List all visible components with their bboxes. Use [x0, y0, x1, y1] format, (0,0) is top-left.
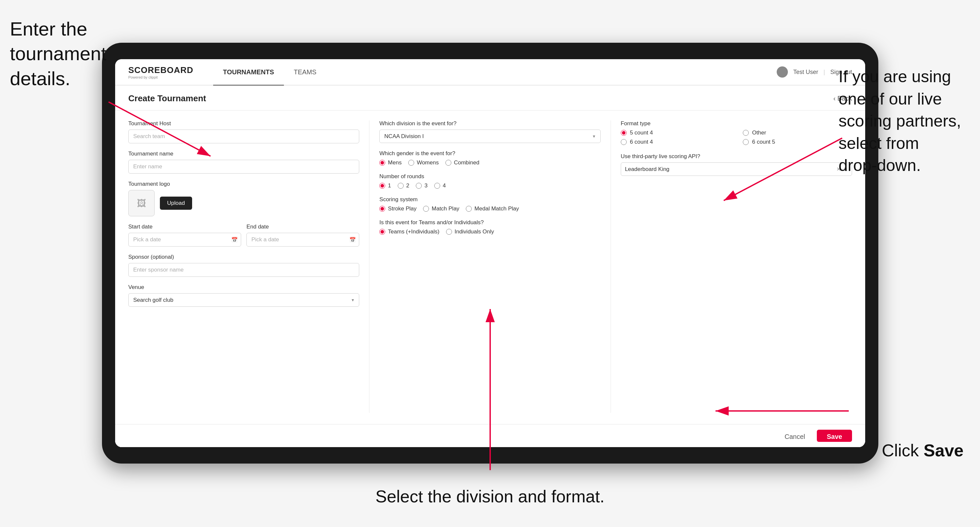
- annotation-bottomcenter: Select the division and format.: [375, 486, 605, 507]
- round-3[interactable]: 3: [416, 183, 427, 189]
- format-other-label: Other: [752, 130, 766, 136]
- teams-label: Is this event for Teams and/or Individua…: [379, 219, 600, 226]
- format-5count4-label: 5 count 4: [630, 130, 653, 136]
- division-select[interactable]: NCAA Division I: [379, 130, 600, 143]
- venue-select-wrapper: Search golf club: [128, 293, 359, 307]
- scoring-medal-match-radio[interactable]: [466, 206, 472, 212]
- gender-mens[interactable]: Mens: [379, 159, 402, 166]
- sponsor-input[interactable]: [128, 263, 359, 277]
- format-other[interactable]: Other: [743, 130, 852, 136]
- tournament-host-group: Tournament Host: [128, 120, 359, 143]
- live-scoring-label: Use third-party live scoring API?: [621, 153, 852, 160]
- middle-column: Which division is the event for? NCAA Di…: [369, 120, 611, 413]
- gender-combined-label: Combined: [454, 159, 480, 166]
- format-6count4-radio[interactable]: [621, 139, 627, 145]
- tournament-name-label: Tournament name: [128, 151, 359, 157]
- format-6count5-label: 6 count 5: [752, 139, 775, 145]
- nav-items: TOURNAMENTS TEAMS: [213, 59, 777, 85]
- form-footer: Cancel Save: [115, 424, 865, 447]
- logo-sub: Powered by clippit: [128, 75, 193, 79]
- image-icon: 🖼: [137, 198, 146, 209]
- round-4[interactable]: 4: [434, 183, 446, 189]
- annotation-topright: If you are usingone of our livescoring p…: [838, 66, 970, 177]
- annotation-br-prefix: Click: [881, 441, 923, 460]
- teams-plus-individuals[interactable]: Teams (+Individuals): [379, 229, 439, 235]
- round-1[interactable]: 1: [379, 183, 391, 189]
- end-date-wrapper: [247, 233, 359, 246]
- division-label: Which division is the event for?: [379, 120, 600, 127]
- format-6count5[interactable]: 6 count 5: [743, 139, 852, 145]
- round-1-radio[interactable]: [379, 183, 385, 189]
- tournament-name-group: Tournament name: [128, 151, 359, 174]
- upload-button[interactable]: Upload: [160, 197, 192, 210]
- cancel-button[interactable]: Cancel: [778, 430, 811, 442]
- round-2-radio[interactable]: [398, 183, 404, 189]
- sponsor-group: Sponsor (optional): [128, 254, 359, 277]
- save-button[interactable]: Save: [817, 430, 852, 442]
- start-date-input[interactable]: [128, 233, 241, 246]
- gender-combined-radio[interactable]: [445, 160, 451, 166]
- tournament-logo-group: Tournament logo 🖼 Upload: [128, 181, 359, 216]
- scoring-match[interactable]: Match Play: [423, 205, 459, 212]
- scoring-radio-group: Stroke Play Match Play Medal Match Play: [379, 205, 600, 212]
- gender-combined[interactable]: Combined: [445, 159, 480, 166]
- individuals-only[interactable]: Individuals Only: [446, 229, 494, 235]
- format-label: Format type: [621, 120, 852, 127]
- format-6count4[interactable]: 6 count 4: [621, 139, 730, 145]
- round-4-label: 4: [443, 183, 446, 189]
- gender-mens-label: Mens: [388, 159, 402, 166]
- round-3-radio[interactable]: [416, 183, 422, 189]
- scoring-match-radio[interactable]: [423, 206, 429, 212]
- live-scoring-group: Use third-party live scoring API? Leader…: [621, 153, 852, 176]
- form-header: Create Tournament ‹ Back: [115, 86, 865, 111]
- form-container: Create Tournament ‹ Back Tournament Host…: [115, 86, 865, 447]
- nav-separator: |: [823, 69, 825, 76]
- format-5count4[interactable]: 5 count 4: [621, 130, 730, 136]
- live-scoring-tag: Leaderboard King × ⇅: [621, 162, 852, 176]
- scoring-stroke[interactable]: Stroke Play: [379, 205, 417, 212]
- end-date-label: End date: [247, 224, 359, 230]
- end-date-input[interactable]: [247, 233, 359, 246]
- venue-label: Venue: [128, 284, 359, 290]
- gender-mens-radio[interactable]: [379, 160, 385, 166]
- tournament-name-input[interactable]: [128, 160, 359, 174]
- format-6count4-label: 6 count 4: [630, 139, 653, 145]
- division-select-wrapper: NCAA Division I: [379, 130, 600, 143]
- format-group: Format type 5 count 4 Other: [621, 120, 852, 145]
- round-1-label: 1: [388, 183, 391, 189]
- teams-radio-group: Teams (+Individuals) Individuals Only: [379, 229, 600, 235]
- avatar: [777, 67, 788, 78]
- gender-womens[interactable]: Womens: [408, 159, 439, 166]
- tablet-frame: SCOREBOARD Powered by clippit TOURNAMENT…: [102, 43, 878, 464]
- format-other-radio[interactable]: [743, 130, 749, 136]
- start-date-label: Start date: [128, 224, 241, 230]
- venue-group: Venue Search golf club: [128, 284, 359, 307]
- tournament-logo-label: Tournament logo: [128, 181, 359, 187]
- rounds-radio-group: 1 2 3: [379, 183, 600, 189]
- scoring-medal-match-label: Medal Match Play: [474, 205, 519, 212]
- teams-plus-label: Teams (+Individuals): [388, 229, 439, 235]
- gender-womens-radio[interactable]: [408, 160, 414, 166]
- annotation-br-bold: Save: [924, 441, 964, 460]
- nav-item-teams[interactable]: TEAMS: [284, 59, 326, 86]
- logo-preview: 🖼: [128, 190, 154, 216]
- tournament-host-input[interactable]: [128, 130, 359, 143]
- round-4-radio[interactable]: [434, 183, 440, 189]
- nav-item-tournaments[interactable]: TOURNAMENTS: [213, 59, 284, 86]
- scoring-medal-match[interactable]: Medal Match Play: [466, 205, 519, 212]
- live-scoring-value: Leaderboard King: [625, 166, 834, 173]
- gender-group: Which gender is the event for? Mens Wome…: [379, 150, 600, 166]
- format-5count4-radio[interactable]: [621, 130, 627, 136]
- logo-text: SCOREBOARD: [128, 65, 193, 75]
- teams-plus-radio[interactable]: [379, 229, 385, 235]
- individuals-only-radio[interactable]: [446, 229, 452, 235]
- form-title: Create Tournament: [128, 94, 206, 103]
- gender-label: Which gender is the event for?: [379, 150, 600, 157]
- date-row: Start date End date: [128, 224, 359, 246]
- round-2[interactable]: 2: [398, 183, 409, 189]
- right-column: Format type 5 count 4 Other: [611, 120, 852, 413]
- venue-select[interactable]: Search golf club: [128, 293, 359, 307]
- sponsor-label: Sponsor (optional): [128, 254, 359, 260]
- format-6count5-radio[interactable]: [743, 139, 749, 145]
- scoring-stroke-radio[interactable]: [379, 206, 385, 212]
